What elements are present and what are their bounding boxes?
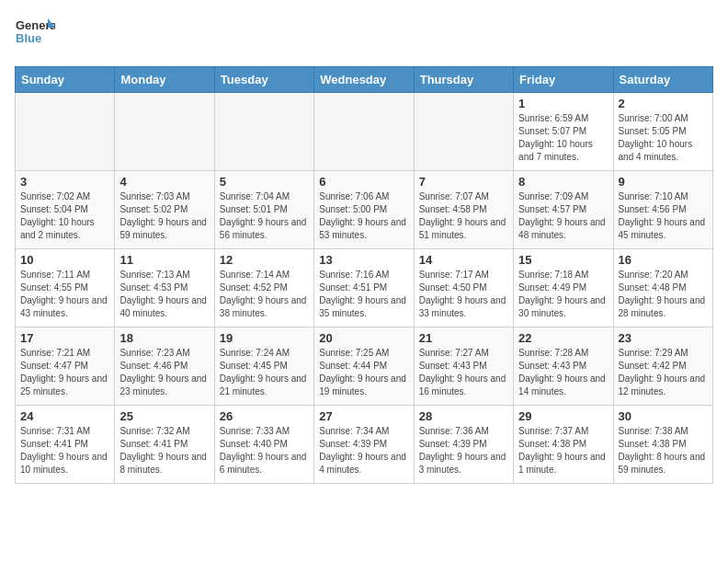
day-info: Sunrise: 7:33 AMSunset: 4:40 PMDaylight:… [220,425,309,477]
day-number: 4 [119,175,209,189]
page-header: General Blue [15,15,713,55]
day-number: 25 [119,409,209,423]
calendar-cell: 19Sunrise: 7:24 AMSunset: 4:45 PMDayligh… [214,327,313,406]
day-info: Sunrise: 7:04 AMSunset: 5:01 PMDaylight:… [220,190,309,242]
calendar-cell: 16Sunrise: 7:20 AMSunset: 4:48 PMDayligh… [613,249,712,327]
calendar-week-3: 10Sunrise: 7:11 AMSunset: 4:55 PMDayligh… [16,249,713,327]
calendar-cell: 25Sunrise: 7:32 AMSunset: 4:41 PMDayligh… [115,406,214,484]
day-number: 11 [119,253,209,267]
calendar-week-4: 17Sunrise: 7:21 AMSunset: 4:47 PMDayligh… [16,327,713,406]
day-number: 28 [419,409,508,423]
day-number: 29 [518,409,608,423]
calendar-cell: 8Sunrise: 7:09 AMSunset: 4:57 PMDaylight… [514,171,613,249]
day-info: Sunrise: 7:02 AMSunset: 5:04 PMDaylight:… [20,190,109,242]
day-info: Sunrise: 7:20 AMSunset: 4:48 PMDaylight:… [619,269,708,320]
weekday-header-row: SundayMondayTuesdayWednesdayThursdayFrid… [16,67,713,93]
calendar-cell: 20Sunrise: 7:25 AMSunset: 4:44 PMDayligh… [314,327,414,406]
day-info: Sunrise: 7:29 AMSunset: 4:42 PMDaylight:… [619,347,708,398]
calendar-cell [214,93,313,171]
day-number: 2 [619,97,708,110]
calendar-cell: 30Sunrise: 7:38 AMSunset: 4:38 PMDayligh… [613,406,712,484]
calendar-table: SundayMondayTuesdayWednesdayThursdayFrid… [15,66,713,484]
day-info: Sunrise: 7:00 AMSunset: 5:05 PMDaylight:… [619,112,708,164]
day-info: Sunrise: 7:14 AMSunset: 4:52 PMDaylight:… [220,269,309,320]
calendar-cell: 24Sunrise: 7:31 AMSunset: 4:41 PMDayligh… [16,406,115,484]
calendar-cell: 2Sunrise: 7:00 AMSunset: 5:05 PMDaylight… [613,93,712,171]
day-number: 6 [319,175,408,189]
day-info: Sunrise: 7:31 AMSunset: 4:41 PMDaylight:… [20,425,109,477]
day-info: Sunrise: 7:23 AMSunset: 4:46 PMDaylight:… [119,347,209,398]
day-info: Sunrise: 7:21 AMSunset: 4:47 PMDaylight:… [20,347,109,398]
day-number: 12 [220,253,309,267]
calendar-cell: 9Sunrise: 7:10 AMSunset: 4:56 PMDaylight… [613,171,712,249]
calendar-cell: 18Sunrise: 7:23 AMSunset: 4:46 PMDayligh… [115,327,214,406]
day-number: 10 [20,253,109,267]
day-number: 5 [220,175,309,189]
weekday-header-saturday: Saturday [613,67,712,93]
calendar-cell: 28Sunrise: 7:36 AMSunset: 4:39 PMDayligh… [414,406,513,484]
calendar-week-1: 1Sunrise: 6:59 AMSunset: 5:07 PMDaylight… [16,93,713,171]
weekday-header-tuesday: Tuesday [214,67,313,93]
weekday-header-wednesday: Wednesday [314,67,414,93]
calendar-cell: 11Sunrise: 7:13 AMSunset: 4:53 PMDayligh… [115,249,214,327]
day-info: Sunrise: 7:16 AMSunset: 4:51 PMDaylight:… [319,269,408,320]
day-info: Sunrise: 7:11 AMSunset: 4:55 PMDaylight:… [20,269,109,320]
day-info: Sunrise: 7:18 AMSunset: 4:49 PMDaylight:… [518,269,608,320]
calendar-cell: 26Sunrise: 7:33 AMSunset: 4:40 PMDayligh… [214,406,313,484]
day-info: Sunrise: 7:34 AMSunset: 4:39 PMDaylight:… [319,425,408,477]
weekday-header-sunday: Sunday [16,67,115,93]
day-number: 19 [220,331,309,345]
day-number: 14 [419,253,508,267]
calendar-cell: 4Sunrise: 7:03 AMSunset: 5:02 PMDaylight… [115,171,214,249]
day-number: 18 [119,331,209,345]
day-info: Sunrise: 7:28 AMSunset: 4:43 PMDaylight:… [518,347,608,398]
day-number: 17 [20,331,109,345]
day-number: 23 [619,331,708,345]
calendar-cell [115,93,214,171]
calendar-cell: 5Sunrise: 7:04 AMSunset: 5:01 PMDaylight… [214,171,313,249]
day-number: 16 [619,253,708,267]
day-number: 21 [419,331,508,345]
day-info: Sunrise: 7:32 AMSunset: 4:41 PMDaylight:… [119,425,209,477]
day-number: 20 [319,331,408,345]
day-info: Sunrise: 7:38 AMSunset: 4:38 PMDaylight:… [619,425,708,477]
weekday-header-monday: Monday [115,67,214,93]
calendar-cell [314,93,414,171]
day-info: Sunrise: 6:59 AMSunset: 5:07 PMDaylight:… [518,112,608,164]
day-number: 27 [319,409,408,423]
calendar-cell: 6Sunrise: 7:06 AMSunset: 5:00 PMDaylight… [314,171,414,249]
day-number: 1 [518,97,608,110]
day-info: Sunrise: 7:36 AMSunset: 4:39 PMDaylight:… [419,425,508,477]
calendar-cell: 10Sunrise: 7:11 AMSunset: 4:55 PMDayligh… [16,249,115,327]
calendar-cell [414,93,513,171]
calendar-cell: 21Sunrise: 7:27 AMSunset: 4:43 PMDayligh… [414,327,513,406]
logo-svg: General Blue [15,15,55,55]
svg-text:Blue: Blue [16,31,41,45]
day-info: Sunrise: 7:25 AMSunset: 4:44 PMDaylight:… [319,347,408,398]
calendar-body: 1Sunrise: 6:59 AMSunset: 5:07 PMDaylight… [16,93,713,484]
calendar-cell: 1Sunrise: 6:59 AMSunset: 5:07 PMDaylight… [514,93,613,171]
calendar-week-2: 3Sunrise: 7:02 AMSunset: 5:04 PMDaylight… [16,171,713,249]
day-info: Sunrise: 7:37 AMSunset: 4:38 PMDaylight:… [518,425,608,477]
day-info: Sunrise: 7:13 AMSunset: 4:53 PMDaylight:… [119,269,209,320]
day-number: 30 [619,409,708,423]
calendar-cell: 22Sunrise: 7:28 AMSunset: 4:43 PMDayligh… [514,327,613,406]
calendar-cell: 29Sunrise: 7:37 AMSunset: 4:38 PMDayligh… [514,406,613,484]
calendar-cell: 27Sunrise: 7:34 AMSunset: 4:39 PMDayligh… [314,406,414,484]
day-number: 22 [518,331,608,345]
day-number: 8 [518,175,608,189]
calendar-cell: 15Sunrise: 7:18 AMSunset: 4:49 PMDayligh… [514,249,613,327]
day-number: 15 [518,253,608,267]
day-info: Sunrise: 7:09 AMSunset: 4:57 PMDaylight:… [518,190,608,242]
calendar-week-5: 24Sunrise: 7:31 AMSunset: 4:41 PMDayligh… [16,406,713,484]
calendar-cell [16,93,115,171]
day-info: Sunrise: 7:03 AMSunset: 5:02 PMDaylight:… [119,190,209,242]
day-number: 7 [419,175,508,189]
calendar-cell: 7Sunrise: 7:07 AMSunset: 4:58 PMDaylight… [414,171,513,249]
day-number: 24 [20,409,109,423]
day-info: Sunrise: 7:07 AMSunset: 4:58 PMDaylight:… [419,190,508,242]
day-number: 13 [319,253,408,267]
day-info: Sunrise: 7:17 AMSunset: 4:50 PMDaylight:… [419,269,508,320]
day-info: Sunrise: 7:06 AMSunset: 5:00 PMDaylight:… [319,190,408,242]
day-info: Sunrise: 7:10 AMSunset: 4:56 PMDaylight:… [619,190,708,242]
